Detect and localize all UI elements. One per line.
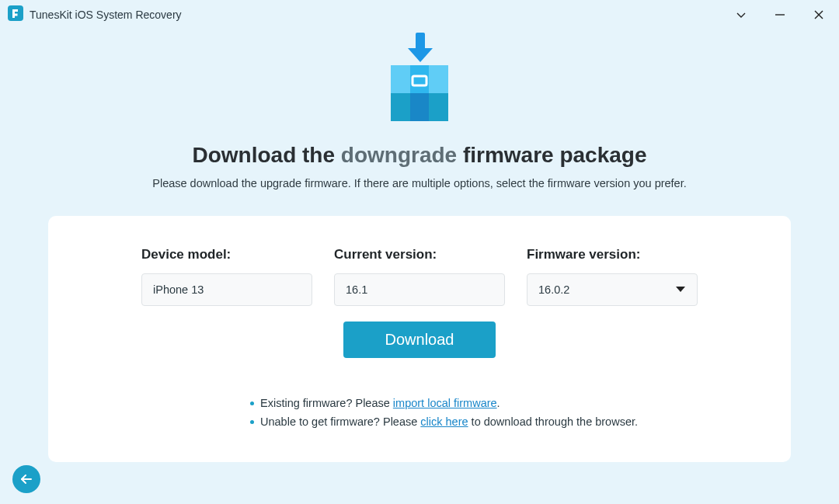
firmware-card: Device model: iPhone 13 Current version:… [48, 216, 791, 462]
app-logo-icon [8, 5, 23, 24]
caret-down-icon [675, 283, 686, 296]
dropdown-button[interactable] [733, 7, 749, 23]
page-subtitle: Please download the upgrade firmware. If… [0, 177, 839, 189]
titlebar: TunesKit iOS System Recovery [0, 0, 839, 26]
package-illustration [0, 31, 839, 127]
window-controls [733, 7, 831, 23]
form-row: Device model: iPhone 13 Current version:… [141, 247, 698, 306]
headline-post: firmware package [457, 143, 646, 167]
svg-rect-0 [8, 5, 23, 21]
current-version-value: 16.1 [346, 283, 367, 296]
bullet-icon [250, 420, 254, 424]
back-button[interactable] [12, 465, 40, 493]
close-icon [813, 9, 824, 20]
note1-pre: Existing firmware? Please [260, 397, 393, 409]
chevron-down-icon [735, 9, 747, 21]
firmware-version-group: Firmware version: 16.0.2 [527, 247, 698, 306]
import-local-firmware-link[interactable]: import local firmware [393, 397, 497, 409]
download-button[interactable]: Download [343, 322, 496, 358]
note-import-local: Existing firmware? Please import local f… [250, 397, 698, 409]
headline-emph: downgrade [341, 143, 457, 167]
bullet-icon [250, 401, 254, 405]
headline-pre: Download the [192, 143, 340, 167]
svg-rect-4 [416, 33, 425, 50]
firmware-version-select[interactable]: 16.0.2 [527, 273, 698, 306]
arrow-left-icon [19, 471, 34, 487]
current-version-label: Current version: [334, 247, 505, 262]
firmware-version-label: Firmware version: [527, 247, 698, 262]
click-here-link[interactable]: click here [420, 415, 468, 428]
device-model-value: iPhone 13 [153, 283, 204, 296]
current-version-field: 16.1 [334, 273, 505, 306]
svg-rect-6 [391, 65, 410, 93]
svg-rect-7 [429, 65, 448, 93]
current-version-group: Current version: 16.1 [334, 247, 505, 306]
notes: Existing firmware? Please import local f… [141, 397, 698, 428]
device-model-field: iPhone 13 [141, 273, 312, 306]
note-browser-download: Unable to get firmware? Please click her… [250, 415, 698, 428]
page-title: Download the downgrade firmware package [0, 143, 839, 168]
device-model-label: Device model: [141, 247, 312, 262]
firmware-version-value: 16.0.2 [538, 283, 569, 296]
hero-section: Download the downgrade firmware package … [0, 31, 839, 189]
app-title: TunesKit iOS System Recovery [30, 9, 182, 21]
close-button[interactable] [811, 7, 827, 23]
titlebar-left: TunesKit iOS System Recovery [8, 5, 182, 24]
minimize-button[interactable] [772, 7, 788, 23]
note2-post: to download through the browser. [468, 415, 638, 428]
minimize-icon [775, 9, 785, 20]
note1-post: . [497, 397, 500, 409]
download-row: Download [141, 322, 698, 358]
note2-pre: Unable to get firmware? Please [260, 415, 420, 428]
device-model-group: Device model: iPhone 13 [141, 247, 312, 306]
